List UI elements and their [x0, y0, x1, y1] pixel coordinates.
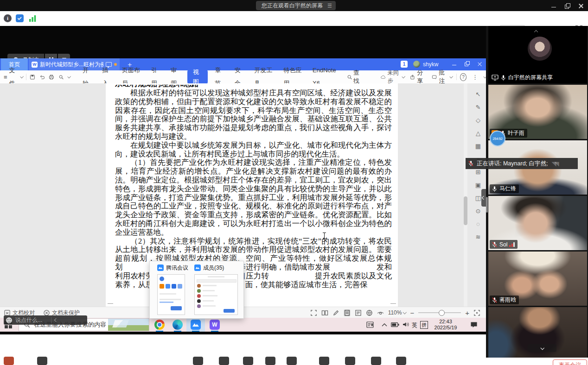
paragraph-2: 在规划建设中要以城乡统筹发展为目标，以产业化、城市化和现代化为主体方向，建设农民… — [115, 141, 392, 159]
tencent-meeting-icon[interactable] — [191, 320, 201, 330]
ime-language[interactable]: 英 — [412, 321, 417, 329]
tool-grid-icon[interactable]: ▦ — [475, 143, 481, 150]
wps-minimize-icon[interactable] — [452, 62, 457, 67]
floating-timer-bubble[interactable]: 254:52 — [490, 131, 505, 146]
danmaku-collapse-icon[interactable] — [54, 318, 58, 322]
zoom-level-button[interactable]: 110% — [388, 309, 406, 316]
meeting-toolbar-cut-icon[interactable] — [243, 357, 253, 365]
zoom-slider[interactable] — [418, 312, 461, 313]
tool-triangle-icon[interactable]: △ — [476, 130, 480, 137]
find-label[interactable]: 查找 — [353, 69, 363, 85]
tool-pen-icon[interactable]: ✎ — [476, 104, 481, 111]
tile-collapse-icon[interactable] — [534, 30, 538, 34]
watching-banner[interactable]: 您正在观看白宇然的屏幕 ☰ — [256, 1, 336, 10]
help-icon[interactable]: ? — [460, 73, 467, 81]
meeting-info-icon[interactable]: i — [4, 14, 12, 22]
wps-restore-icon[interactable] — [465, 62, 470, 67]
ink-edit-icon[interactable] — [332, 309, 339, 316]
save-icon[interactable] — [30, 74, 35, 81]
panel-collapse-handle[interactable] — [481, 189, 486, 207]
tool-waves-icon[interactable]: ≋ — [476, 233, 481, 240]
emoji-icon[interactable] — [6, 317, 12, 323]
tool-shape-icon[interactable]: ◇ — [476, 117, 480, 124]
meeting-toolbar-cut-icon[interactable] — [371, 357, 381, 365]
screenshot-root: 您正在观看白宇然的屏幕 ☰ i 04:29:47 演讲者视图 — [0, 0, 588, 365]
page-view-icon[interactable] — [344, 309, 351, 316]
comment-button[interactable]: 批注 — [432, 69, 452, 85]
speaker-icon[interactable] — [403, 321, 409, 327]
ime-pinyin[interactable]: 拼 — [420, 321, 428, 329]
tile-expand-button[interactable] — [528, 344, 556, 352]
restore-icon[interactable] — [565, 3, 570, 8]
print-icon[interactable] — [49, 74, 54, 81]
speaking-banner: 正在讲话: Maynard; 白宇然; ◥◥ — [466, 158, 578, 169]
preview-title-2: 成员(35) — [203, 264, 224, 272]
meeting-toolbar-cut-icon[interactable] — [345, 357, 355, 365]
banner-menu-icon[interactable]: ☰ — [327, 3, 332, 9]
quickbar-more-icon[interactable] — [67, 75, 71, 78]
outline-view-icon[interactable] — [355, 309, 362, 316]
taskbar-clock[interactable]: 22:43 2022/5/19 — [429, 319, 462, 331]
tool-circle-icon[interactable]: ◌ — [476, 220, 480, 227]
comment-icon — [432, 74, 437, 81]
tool-select-icon[interactable]: ↖ — [476, 91, 481, 98]
close-icon[interactable] — [578, 3, 583, 8]
danmaku-bar[interactable]: 说点什么... — [4, 315, 87, 325]
print-preview-icon[interactable] — [58, 74, 64, 81]
participant-tile-screenshare[interactable]: 白宇然的屏幕共享 — [488, 26, 587, 83]
zoom-out-icon[interactable]: − — [410, 309, 414, 317]
meeting-toolbar-cut-icon[interactable] — [265, 357, 275, 365]
undo-icon[interactable] — [39, 74, 45, 81]
search-daily-image[interactable] — [108, 319, 149, 331]
sync-status[interactable]: 未同步 — [381, 69, 404, 85]
participant-tile-jiangyuhan[interactable]: 蒋雨晗 — [488, 252, 587, 306]
action-center-icon[interactable] — [470, 321, 478, 328]
share-button[interactable]: 分享 — [410, 69, 426, 85]
meeting-toolbar-cut-icon[interactable] — [37, 357, 47, 365]
tray-expand-icon[interactable] — [382, 323, 387, 327]
edge-icon[interactable] — [173, 320, 183, 330]
tool-pages-icon[interactable]: ▣ — [475, 182, 481, 189]
two-page-view-icon[interactable] — [321, 309, 328, 316]
wps-user-avatar[interactable] — [413, 61, 420, 68]
wps-taskbar-icon[interactable]: W — [210, 320, 220, 330]
document-scrollbar[interactable] — [464, 83, 467, 307]
document-scrollbar-thumb[interactable] — [464, 196, 467, 225]
chrome-icon[interactable] — [154, 320, 165, 330]
preview-members-window[interactable]: 成员(35) — [194, 264, 224, 271]
preview-meeting-window[interactable]: 腾讯会议 — [157, 264, 188, 271]
meeting-toolbar-cut-icon[interactable] — [319, 357, 329, 365]
meeting-toolbar-cut-icon[interactable] — [193, 357, 203, 365]
eye-protect-icon[interactable] — [377, 309, 384, 316]
wps-close-icon[interactable] — [478, 62, 483, 67]
web-view-icon[interactable] — [366, 309, 373, 316]
tool-columns-icon[interactable]: ◫ — [475, 195, 481, 201]
minimize-icon[interactable] — [551, 3, 556, 8]
meeting-window-thumbnail[interactable] — [157, 274, 185, 315]
participant-tile-phone-user[interactable] — [488, 307, 587, 358]
tool-target-icon[interactable]: ⊙ — [476, 208, 481, 214]
fullscreen-view-icon[interactable] — [310, 309, 317, 316]
notification-badge[interactable]: 1 — [401, 61, 408, 68]
leave-meeting-button[interactable]: 离开会议 — [553, 359, 587, 365]
find-icon[interactable] — [347, 74, 352, 81]
meeting-taskbar-cell[interactable] — [186, 318, 205, 332]
members-window-thumbnail[interactable] — [194, 274, 238, 315]
participant-tile-yeziyu[interactable]: 叶子雨 — [488, 85, 587, 139]
meeting-toolbar-cut-icon[interactable] — [396, 357, 406, 365]
more-options-icon[interactable]: ⋮ — [472, 74, 478, 81]
participant-tile-sol[interactable]: Sol — [488, 196, 587, 250]
sidebar-scrollbar-thumb[interactable] — [486, 197, 488, 213]
news-widget-icon[interactable] — [366, 321, 374, 328]
meeting-toolbar-cut-icon[interactable] — [287, 357, 297, 365]
zoom-slider-knob[interactable] — [439, 310, 445, 316]
network-signal-icon[interactable] — [29, 14, 37, 22]
battery-icon[interactable] — [391, 322, 399, 327]
zoom-in-icon[interactable]: + — [465, 309, 469, 317]
danmaku-placeholder[interactable]: 说点什么... — [15, 316, 42, 324]
meeting-toolbar-cut-icon[interactable] — [4, 357, 14, 365]
security-shield-icon[interactable] — [16, 14, 24, 22]
fit-page-icon[interactable] — [473, 309, 480, 316]
tool-insert-icon[interactable]: ⊞ — [476, 169, 481, 176]
meeting-toolbar-cut-icon[interactable] — [219, 357, 229, 365]
